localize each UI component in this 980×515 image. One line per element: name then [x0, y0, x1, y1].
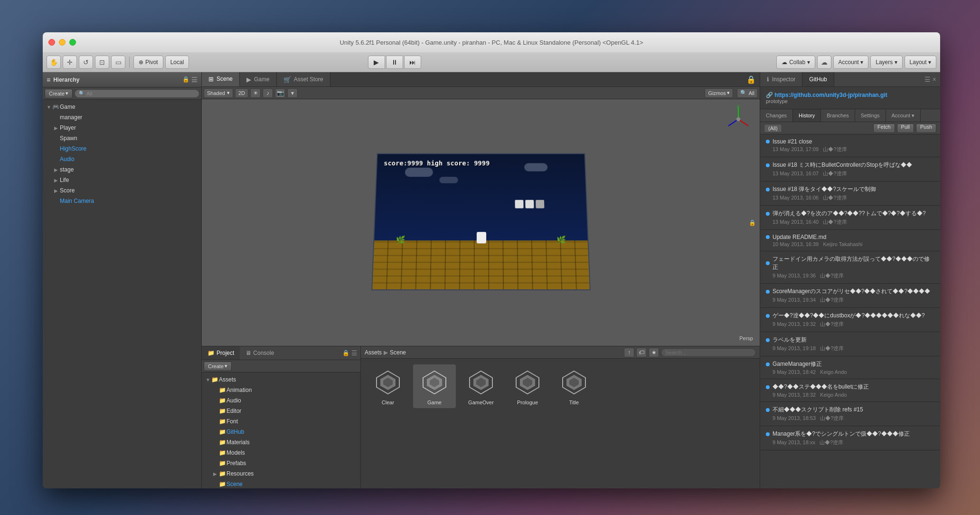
tab-scene[interactable]: ⊞ Scene — [202, 72, 240, 86]
commit-item-7[interactable]: ゲー◆?逹◆◆?◆◆にdustboxが◆?◆◆◆◆◆◆れな◆◆? 9 May 2… — [760, 308, 940, 332]
breadcrumb-assets[interactable]: Assets — [365, 349, 382, 356]
tree-item-materials[interactable]: 📁 Materials — [202, 437, 360, 448]
pivot-button[interactable]: ⊕ Pivot — [133, 56, 163, 69]
scene-lock-icon[interactable]: 🔒 — [746, 75, 756, 84]
tab-github[interactable]: GitHub — [802, 72, 834, 86]
maximize-button[interactable] — [69, 39, 76, 46]
layers-button[interactable]: Layers ▾ — [870, 56, 902, 69]
asset-item-gameover[interactable]: GameOver — [460, 364, 502, 408]
asset-item-clear[interactable]: Clear — [367, 364, 409, 408]
asset-item-prologue[interactable]: Prologue — [506, 364, 549, 408]
tree-item-player[interactable]: ▶ Player — [43, 123, 201, 133]
commit-item-11[interactable]: 不細◆◆◆スクリプト削除 refs #15 9 May 2013, 18:53 … — [760, 402, 940, 426]
tree-item-manager[interactable]: manager — [43, 112, 201, 123]
tree-item-prefabs[interactable]: 📁 Prefabs — [202, 458, 360, 468]
tree-item-spawn[interactable]: Spawn — [43, 133, 201, 143]
right-panel-menu[interactable]: ☰ — [924, 76, 931, 83]
commit-item-6[interactable]: ScoreManagerのスコアがリセ◆◆?◆◆されて◆◆?◆◆◆◆ 9 May… — [760, 284, 940, 308]
commit-item-4[interactable]: Update README.md 10 May 2013, 16:39 Keij… — [760, 230, 940, 251]
account-button[interactable]: Account ▾ — [833, 56, 869, 69]
fx-toggle-button[interactable]: 📷 — [275, 88, 285, 98]
light-toggle-button[interactable]: ☀ — [250, 88, 261, 98]
close-button[interactable] — [48, 39, 55, 46]
tree-item-audio[interactable]: Audio — [43, 154, 201, 164]
assets-sync-button[interactable]: ↑ — [624, 348, 634, 357]
assets-tag-button[interactable]: 🏷 — [636, 348, 647, 357]
tree-item-scene-folder[interactable]: 📁 Scene — [202, 479, 360, 488]
assets-star-button[interactable]: ★ — [649, 348, 659, 357]
hand-tool-button[interactable]: ✋ — [47, 56, 61, 69]
push-button[interactable]: Push — [916, 124, 936, 133]
repo-url-link[interactable]: https://github.com/unity3d-jp/piranhan.g… — [774, 92, 887, 98]
commit-item-12[interactable]: Manager系を◆?でシングルトンで扱◆◆?◆◆◆修正 9 May 2013,… — [760, 426, 940, 450]
project-tab-project[interactable]: 📁 Project — [202, 346, 240, 360]
github-tab-settings[interactable]: Settings — [855, 109, 886, 122]
github-tab-account[interactable]: Account ▾ — [886, 109, 921, 122]
fetch-button[interactable]: Fetch — [873, 124, 895, 133]
rotate-tool-button[interactable]: ↺ — [79, 56, 93, 69]
cloud-button[interactable]: ☁ — [817, 56, 831, 69]
local-button[interactable]: Local — [165, 56, 189, 69]
scale-tool-button[interactable]: ⊡ — [95, 56, 109, 69]
commit-item-8[interactable]: ラベルを更新 9 May 2013, 19:18 山◆?逹庠 — [760, 332, 940, 356]
commit-item-10[interactable]: ◆◆?◆◆ステ◆◆◆名をbulletに修正 9 May 2013, 18:32 … — [760, 379, 940, 402]
tree-item-game[interactable]: ▼ 🎮 Game — [43, 102, 201, 112]
2d-button[interactable]: 2D — [235, 88, 248, 98]
tree-item-highscore[interactable]: HighScore — [43, 143, 201, 154]
move-tool-button[interactable]: ✛ — [63, 56, 77, 69]
tree-item-font[interactable]: 📁 Font — [202, 416, 360, 427]
right-panel-close[interactable]: × — [933, 76, 936, 83]
commit-meta-6: 9 May 2013, 19:34 山◆?逹庠 — [766, 296, 934, 304]
tree-item-main-camera[interactable]: Main Camera — [43, 196, 201, 206]
play-button[interactable]: ▶ — [368, 56, 385, 69]
breadcrumb-scene[interactable]: Scene — [390, 349, 406, 356]
gizmos-dropdown[interactable]: Gizmos ▾ — [705, 88, 733, 98]
assets-search-input[interactable] — [661, 348, 756, 357]
scene-options-button[interactable]: ▾ — [287, 88, 298, 98]
step-button[interactable]: ⏭ — [404, 56, 421, 69]
project-tab-console[interactable]: 🖥 Console — [240, 346, 280, 360]
filter-all-tag[interactable]: (All) — [764, 124, 782, 133]
commit-item-1[interactable]: Issue #18 ミス時にBulletControllerのStopを呼ばな◆… — [760, 157, 940, 181]
commit-item-2[interactable]: Issue #18 弾をタイ◆◆?スケールで制御 13 May 2013, 16… — [760, 181, 940, 206]
commit-item-3[interactable]: 弾が消える◆?を次のア◆◆?◆◆??トムで◆?◆?◆する◆? 13 May 20… — [760, 206, 940, 230]
tree-item-editor[interactable]: 📁 Editor — [202, 406, 360, 416]
asset-item-game[interactable]: Game — [413, 364, 456, 408]
layout-button[interactable]: Layout ▾ — [905, 56, 936, 69]
game-ground-area — [372, 240, 589, 289]
shaded-dropdown[interactable]: Shaded ▾ — [204, 88, 233, 98]
tab-asset-store[interactable]: 🛒 Asset Store — [277, 72, 330, 86]
search-all-dropdown[interactable]: 🔍 All — [737, 88, 758, 98]
tree-item-stage[interactable]: ▶ stage — [43, 164, 201, 175]
hierarchy-create-button[interactable]: Create ▾ — [45, 89, 73, 98]
minimize-button[interactable] — [59, 39, 66, 46]
tree-item-score[interactable]: ▶ Score — [43, 185, 201, 196]
commit-meta-4: 10 May 2013, 16:39 Keijiro Takahashi — [766, 241, 934, 247]
window-title: Unity 5.6.2f1 Personal (64bit) - Game.un… — [339, 39, 643, 46]
tab-game[interactable]: ▶ Game — [240, 72, 277, 86]
github-tab-changes[interactable]: Changes — [760, 109, 793, 122]
tree-item-animation[interactable]: 📁 Animation — [202, 385, 360, 395]
commit-item-5[interactable]: フェードイン用カメラの取得方法が誤って◆◆?◆◆◆ので修正 9 May 2013… — [760, 251, 940, 284]
asset-item-title[interactable]: Title — [553, 364, 595, 408]
tree-item-github-folder[interactable]: 📁 GitHub — [202, 427, 360, 437]
collab-button[interactable]: ☁ Collab ▾ — [776, 56, 815, 69]
rect-tool-button[interactable]: ▭ — [111, 56, 125, 69]
commit-item-9[interactable]: GameManager修正 9 May 2013, 18:42 Keigo An… — [760, 356, 940, 379]
tree-label-audio-folder: Audio — [226, 397, 357, 404]
pull-button[interactable]: Pull — [897, 124, 914, 133]
commit-item-0[interactable]: Issue #21 close 13 May 2013, 17:09 山◆?逹庠 — [760, 134, 940, 157]
github-tab-branches[interactable]: Branches — [821, 109, 855, 122]
scene-view[interactable]: 🌿 🌿 score:9999 — [202, 99, 760, 346]
tree-item-assets[interactable]: ▼ 📁 Assets — [202, 374, 360, 385]
tree-item-life[interactable]: ▶ Life — [43, 175, 201, 185]
github-tab-history[interactable]: History — [793, 109, 821, 122]
tree-item-audio-folder[interactable]: 📁 Audio — [202, 395, 360, 406]
pause-button[interactable]: ⏸ — [386, 56, 403, 69]
hierarchy-search-box[interactable]: 🔍 All — [75, 89, 199, 98]
audio-toggle-button[interactable]: ♪ — [263, 88, 273, 98]
tree-item-models[interactable]: 📁 Models — [202, 448, 360, 458]
tab-inspector[interactable]: ℹ Inspector — [760, 72, 802, 86]
tree-item-resources[interactable]: ▶ 📁 Resources — [202, 468, 360, 479]
project-create-button[interactable]: Create ▾ — [204, 362, 232, 371]
